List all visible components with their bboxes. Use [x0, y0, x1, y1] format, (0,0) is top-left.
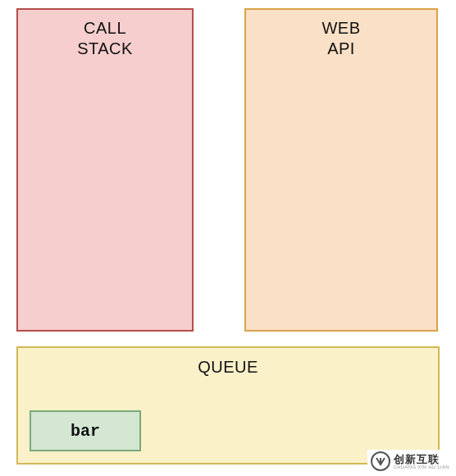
web-api-title-line2: API: [327, 39, 355, 57]
web-api-title-line1: WEB: [321, 19, 360, 37]
call-stack-title: CALL STACK: [18, 10, 192, 59]
queue-title: QUEUE: [18, 348, 438, 377]
brand-sub-text: CHUANG XIN HU LIAN: [394, 465, 449, 469]
queue-item-label: bar: [71, 422, 100, 441]
web-api-box: WEB API: [244, 8, 438, 332]
queue-box: QUEUE bar: [16, 346, 440, 465]
brand-logo-icon: [371, 451, 390, 471]
call-stack-title-line2: STACK: [77, 39, 133, 57]
call-stack-box: CALL STACK: [16, 8, 194, 332]
queue-item: bar: [30, 410, 141, 451]
brand-watermark: 创新互联 CHUANG XIN HU LIAN: [367, 450, 453, 473]
brand-main-text: 创新互联: [394, 454, 449, 465]
call-stack-title-line1: CALL: [84, 19, 126, 37]
web-api-title: WEB API: [246, 10, 436, 59]
brand-text: 创新互联 CHUANG XIN HU LIAN: [394, 454, 449, 469]
